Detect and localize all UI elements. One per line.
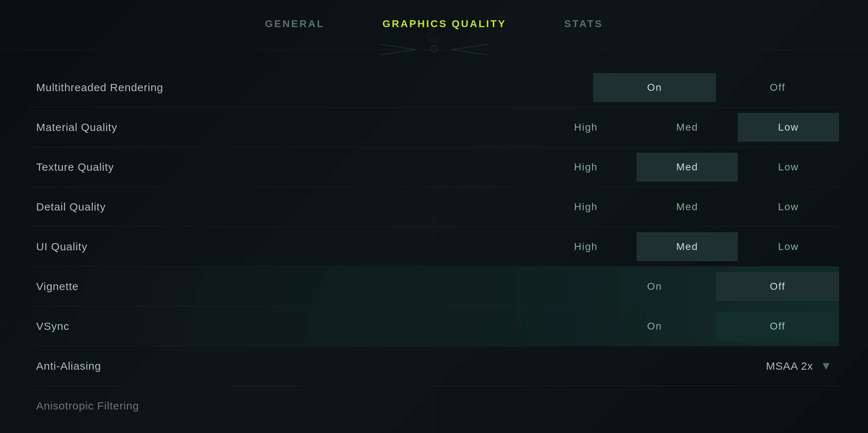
label-anisotropic-filtering: Anisotropic Filtering xyxy=(29,400,282,412)
tab-graphics[interactable]: GRAPHICS QUALITY xyxy=(353,11,535,37)
tab-stats[interactable]: STATS xyxy=(535,11,632,37)
option-ui-med[interactable]: Med xyxy=(637,232,738,261)
options-material-quality: High Med Low xyxy=(282,113,839,142)
options-vignette: On Off xyxy=(282,272,839,301)
option-ui-low[interactable]: Low xyxy=(738,232,839,261)
label-anti-aliasing: Anti-Aliasing xyxy=(29,360,282,372)
page-container: GENERAL GRAPHICS QUALITY STATS Multithre… xyxy=(0,0,868,433)
option-multithreaded-on[interactable]: On xyxy=(593,73,716,102)
row-detail-quality: Detail Quality High Med Low xyxy=(29,187,839,227)
option-detail-low[interactable]: Low xyxy=(738,192,839,221)
option-material-low[interactable]: Low xyxy=(738,113,839,142)
label-vsync: VSync xyxy=(29,320,282,332)
options-anti-aliasing: MSAA 2x ▼ xyxy=(282,359,839,373)
option-texture-med[interactable]: Med xyxy=(637,153,738,182)
row-ui-quality: UI Quality High Med Low xyxy=(29,227,839,267)
option-material-high[interactable]: High xyxy=(535,113,637,142)
row-anti-aliasing: Anti-Aliasing MSAA 2x ▼ xyxy=(29,346,839,386)
options-texture-quality: High Med Low xyxy=(282,153,839,182)
svg-marker-10 xyxy=(430,46,438,52)
option-ui-high[interactable]: High xyxy=(535,232,637,261)
row-multithreaded-rendering: Multithreaded Rendering On Off xyxy=(29,68,839,107)
label-multithreaded-rendering: Multithreaded Rendering xyxy=(29,81,282,94)
row-texture-quality: Texture Quality High Med Low xyxy=(29,147,839,187)
anti-aliasing-value: MSAA 2x xyxy=(766,360,813,372)
label-vignette: Vignette xyxy=(29,280,282,293)
anti-aliasing-arrow-icon: ▼ xyxy=(820,359,832,373)
label-ui-quality: UI Quality xyxy=(29,241,282,253)
row-vignette: Vignette On Off xyxy=(29,267,839,306)
option-vignette-on[interactable]: On xyxy=(593,272,716,301)
row-material-quality: Material Quality High Med Low xyxy=(29,107,839,147)
settings-area: Multithreaded Rendering On Off Material … xyxy=(29,68,839,426)
row-vsync: VSync On Off xyxy=(29,306,839,346)
options-detail-quality: High Med Low xyxy=(282,192,839,221)
option-texture-low[interactable]: Low xyxy=(738,153,839,182)
option-texture-high[interactable]: High xyxy=(535,153,637,182)
label-texture-quality: Texture Quality xyxy=(29,161,282,173)
label-detail-quality: Detail Quality xyxy=(29,201,282,213)
option-detail-high[interactable]: High xyxy=(535,192,637,221)
option-vsync-on[interactable]: On xyxy=(593,312,716,341)
tab-general[interactable]: GENERAL xyxy=(236,11,354,37)
label-material-quality: Material Quality xyxy=(29,121,282,133)
option-vsync-off[interactable]: Off xyxy=(716,312,839,341)
tabs-container: GENERAL GRAPHICS QUALITY STATS xyxy=(0,0,868,37)
option-multithreaded-off[interactable]: Off xyxy=(716,73,839,102)
option-detail-med[interactable]: Med xyxy=(637,192,738,221)
option-vignette-off[interactable]: Off xyxy=(716,272,839,301)
options-vsync: On Off xyxy=(282,312,839,341)
options-multithreaded-rendering: On Off xyxy=(282,73,839,102)
options-ui-quality: High Med Low xyxy=(282,232,839,261)
option-material-med[interactable]: Med xyxy=(637,113,738,142)
dropdown-anti-aliasing[interactable]: MSAA 2x ▼ xyxy=(622,359,839,373)
row-anisotropic-filtering: Anisotropic Filtering xyxy=(29,386,839,426)
